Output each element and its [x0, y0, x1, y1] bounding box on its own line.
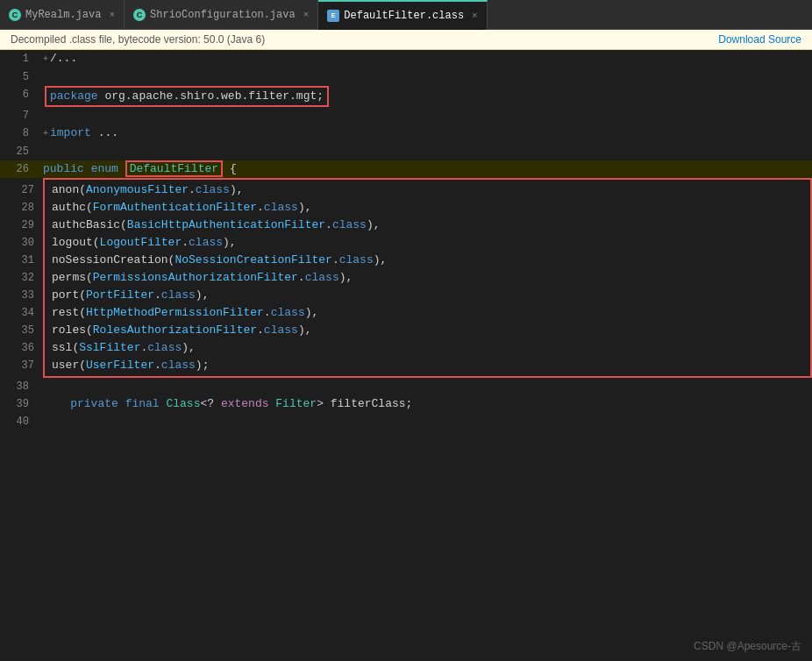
code-line-33: 33 port(PortFilter.class), — [45, 287, 810, 304]
line-number: 31 — [2, 252, 41, 269]
line-code: perms(PermissionsAuthorizationFilter.cla… — [41, 269, 810, 287]
code-line-6: 6 package org.apache.shiro.web.filter.mg… — [0, 86, 812, 107]
main-container: C MyRealm.java × C ShrioConfiguration.ja… — [0, 0, 812, 661]
line-code: +import ... — [39, 124, 812, 143]
code-line-26: 26 public enum DefaultFilter { — [0, 160, 812, 178]
line-code — [39, 413, 812, 430]
tab-defaultfilter[interactable]: E DefaultFilter.class × — [318, 0, 487, 30]
line-number: 1 — [0, 50, 39, 68]
java-icon: C — [9, 9, 21, 21]
line-number: 29 — [2, 217, 41, 234]
code-line-1: 1 +/... — [0, 50, 812, 68]
code-line-38: 38 — [0, 378, 812, 395]
code-line-36: 36 ssl(SslFilter.class), — [45, 339, 810, 357]
tab-label: MyRealm.java — [25, 9, 101, 21]
code-line-27: 27 anon(AnonymousFilter.class), — [45, 181, 810, 199]
line-code: authc(FormAuthenticationFilter.class), — [41, 199, 810, 217]
code-line-7: 7 — [0, 107, 812, 124]
info-bar: Decompiled .class file, bytecode version… — [0, 30, 812, 50]
line-number: 37 — [2, 357, 41, 374]
tab-bar: C MyRealm.java × C ShrioConfiguration.ja… — [0, 0, 812, 30]
line-number: 26 — [0, 160, 39, 178]
line-code: user(UserFilter.class); — [41, 357, 810, 374]
line-code: port(PortFilter.class), — [41, 287, 810, 304]
line-number: 40 — [0, 413, 39, 430]
line-number: 27 — [2, 181, 41, 199]
tab-close-icon[interactable]: × — [303, 10, 310, 20]
tab-close-icon[interactable]: × — [109, 10, 115, 20]
code-line-30: 30 logout(LogoutFilter.class), — [45, 234, 810, 252]
code-line-31: 31 noSessionCreation(NoSessionCreationFi… — [45, 252, 810, 269]
line-number: 28 — [2, 199, 41, 217]
code-line-32: 32 perms(PermissionsAuthorizationFilter.… — [45, 269, 810, 287]
line-number: 7 — [0, 107, 39, 124]
line-code: authcBasic(BasicHttpAuthenticationFilter… — [41, 217, 810, 234]
enum-body-container: 27 anon(AnonymousFilter.class), 28 authc… — [39, 178, 812, 378]
line-code: logout(LogoutFilter.class), — [41, 234, 810, 252]
line-number: 36 — [2, 339, 41, 357]
tab-close-icon[interactable]: × — [472, 11, 478, 21]
decompile-info: Decompiled .class file, bytecode version… — [11, 33, 265, 46]
line-code — [39, 378, 812, 395]
java-icon: C — [133, 9, 146, 21]
tab-label: DefaultFilter.class — [344, 10, 464, 22]
line-code: roles(RolesAuthorizationFilter.class), — [41, 322, 810, 339]
line-number: 25 — [0, 143, 39, 160]
line-code: +/... — [39, 50, 812, 68]
collapse-icon[interactable]: + — [43, 125, 48, 143]
line-code: ssl(SslFilter.class), — [41, 339, 810, 357]
line-code: public enum DefaultFilter { — [39, 160, 812, 178]
tab-label: ShrioConfiguration.java — [150, 9, 296, 21]
line-number: 33 — [2, 287, 41, 304]
line-number: 5 — [0, 68, 39, 86]
line-code: private final Class<? extends Filter> fi… — [39, 395, 812, 413]
code-area: 1 +/... 5 6 package org.apache.shiro.web… — [0, 50, 812, 430]
code-line-8: 8 +import ... — [0, 124, 812, 143]
code-line-5: 5 — [0, 68, 812, 86]
line-code: anon(AnonymousFilter.class), — [41, 181, 810, 199]
enum-body-box: 27 anon(AnonymousFilter.class), 28 authc… — [43, 178, 812, 378]
code-line-34: 34 rest(HttpMethodPermissionFilter.class… — [45, 304, 810, 322]
code-line-40: 40 — [0, 413, 812, 430]
line-number: 30 — [2, 234, 41, 252]
line-code: package org.apache.shiro.web.filter.mgt; — [39, 86, 812, 107]
line-number: 38 — [0, 378, 39, 395]
tab-shrio[interactable]: C ShrioConfiguration.java × — [125, 0, 318, 30]
line-code — [39, 107, 812, 124]
line-code — [39, 143, 812, 160]
line-code: rest(HttpMethodPermissionFilter.class), — [41, 304, 810, 322]
line-number: 6 — [0, 86, 39, 107]
line-number: 32 — [2, 269, 41, 287]
watermark: CSDN @Apesource-古 — [694, 639, 801, 654]
code-line-39: 39 private final Class<? extends Filter>… — [0, 395, 812, 413]
download-source-link[interactable]: Download Source — [718, 33, 801, 46]
code-line-29: 29 authcBasic(BasicHttpAuthenticationFil… — [45, 217, 810, 234]
line-number: 35 — [2, 322, 41, 339]
class-icon: E — [327, 10, 339, 22]
line-number: 34 — [2, 304, 41, 322]
tab-myrealm[interactable]: C MyRealm.java × — [0, 0, 125, 30]
line-code: noSessionCreation(NoSessionCreationFilte… — [41, 252, 810, 269]
code-line-28: 28 authc(FormAuthenticationFilter.class)… — [45, 199, 810, 217]
line-number: 8 — [0, 124, 39, 143]
line-number: 39 — [0, 395, 39, 413]
line-code — [39, 68, 812, 86]
collapse-icon[interactable]: + — [43, 51, 48, 68]
code-line-25: 25 — [0, 143, 812, 160]
code-line-35: 35 roles(RolesAuthorizationFilter.class)… — [45, 322, 810, 339]
code-line-37: 37 user(UserFilter.class); — [45, 357, 810, 374]
